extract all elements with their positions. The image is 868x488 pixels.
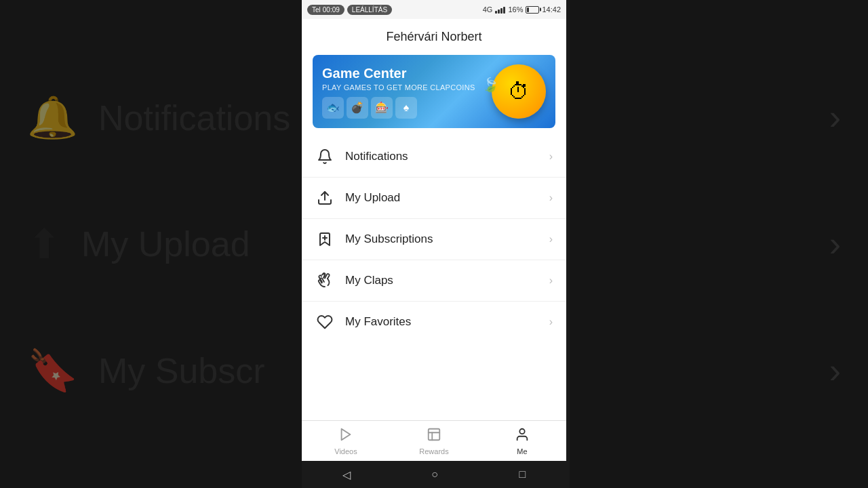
- bg-chevron-3: ›: [829, 350, 841, 391]
- battery-percent: 16%: [508, 5, 523, 14]
- me-icon: [515, 427, 530, 446]
- tel-label: Tel: [312, 6, 321, 14]
- banner-subtitle: PLAY GAMES TO GET MORE CLAPCOINS: [322, 83, 492, 92]
- main-content: Fehérvári Norbert Game Center PLAY GAMES…: [302, 19, 566, 420]
- rewards-icon: [427, 427, 441, 446]
- bg-upload: ⬆ My Upload: [27, 220, 277, 268]
- menu-list: Notifications › My Upload ›: [302, 136, 566, 420]
- banner-games: 🐟 💣 🎰 ♠: [322, 97, 492, 119]
- bookmark-icon: [315, 230, 334, 249]
- bg-notifications: 🔔 Notifications: [27, 94, 277, 142]
- bg-upload-icon: ⬆: [27, 220, 61, 268]
- game-icon-3: 🎰: [371, 97, 393, 119]
- bg-bookmark-icon: 🔖: [27, 346, 78, 394]
- recents-button[interactable]: □: [519, 468, 526, 481]
- game-icon-1: 🐟: [322, 97, 344, 119]
- username: Fehérvári Norbert: [386, 30, 481, 43]
- battery-icon: [526, 6, 539, 14]
- status-right: 4G 16% 14:42: [483, 5, 561, 14]
- background-left: 🔔 Notifications ⬆ My Upload 🔖 My Subscr: [0, 0, 304, 488]
- menu-item-notifications[interactable]: Notifications ›: [302, 136, 566, 178]
- videos-label: Videos: [334, 447, 357, 455]
- bg-notifications-text: Notifications: [98, 98, 290, 138]
- bg-subscriptions-text: My Subscr: [98, 350, 265, 391]
- stop-button[interactable]: LEÁLLÍTÁS: [347, 5, 392, 15]
- subscriptions-chevron: ›: [549, 233, 553, 245]
- clap-icon: [315, 271, 334, 290]
- background-right: › › ›: [570, 0, 868, 488]
- my-favorites-label: My Favorites: [345, 315, 549, 329]
- timer-label: 00:09: [323, 6, 340, 14]
- coin-graphic: 🍃 ⏱: [492, 64, 546, 119]
- clock: 14:42: [542, 5, 561, 14]
- status-call-pill: Tel 00:09: [307, 5, 344, 15]
- bg-chevron-1: ›: [829, 97, 841, 138]
- signal-label: 4G: [483, 5, 493, 14]
- user-header: Fehérvári Norbert: [302, 19, 566, 49]
- game-center-banner[interactable]: Game Center PLAY GAMES TO GET MORE CLAPC…: [313, 55, 555, 128]
- battery-fill: [527, 7, 529, 12]
- bg-subscriptions: 🔖 My Subscr: [27, 346, 277, 394]
- menu-item-my-upload[interactable]: My Upload ›: [302, 178, 566, 219]
- favorites-chevron: ›: [549, 316, 553, 328]
- upload-chevron: ›: [549, 192, 553, 204]
- svg-marker-3: [342, 428, 351, 440]
- svg-point-7: [519, 428, 524, 433]
- bottom-nav: Videos Rewards Me: [302, 420, 566, 461]
- upload-icon: [315, 188, 334, 207]
- bg-bell-icon: 🔔: [27, 94, 78, 142]
- menu-item-my-subscriptions[interactable]: My Subscriptions ›: [302, 219, 566, 260]
- bell-icon: [315, 147, 334, 166]
- notifications-chevron: ›: [549, 150, 553, 163]
- game-icon-2: 💣: [347, 97, 368, 119]
- signal-bar-3: [500, 8, 502, 14]
- favorites-icon: [315, 312, 334, 331]
- nav-videos[interactable]: Videos: [302, 423, 390, 460]
- bg-upload-text: My Upload: [81, 224, 250, 264]
- banner-title: Game Center: [322, 65, 492, 81]
- me-label: Me: [517, 447, 527, 455]
- claps-chevron: ›: [549, 274, 553, 287]
- coin-symbol: ⏱: [508, 79, 530, 104]
- game-icon-4: ♠: [395, 97, 417, 119]
- signal-bar-1: [495, 11, 497, 14]
- my-subscriptions-label: My Subscriptions: [345, 232, 549, 246]
- android-nav: ◁ ○ □: [302, 461, 566, 488]
- videos-icon: [338, 427, 353, 446]
- nav-me[interactable]: Me: [478, 423, 566, 460]
- nav-rewards[interactable]: Rewards: [390, 423, 478, 460]
- status-left: Tel 00:09 LEÁLLÍTÁS: [307, 5, 392, 15]
- phone-container: Tel 00:09 LEÁLLÍTÁS 4G 16% 14:42 Fehérvá…: [302, 0, 566, 488]
- back-button[interactable]: ◁: [342, 468, 351, 481]
- banner-text: Game Center PLAY GAMES TO GET MORE CLAPC…: [322, 65, 492, 119]
- notifications-label: Notifications: [345, 150, 549, 163]
- signal-bars: [495, 5, 505, 14]
- status-bar: Tel 00:09 LEÁLLÍTÁS 4G 16% 14:42: [302, 0, 566, 19]
- svg-rect-4: [429, 428, 440, 440]
- signal-bar-2: [498, 9, 500, 14]
- my-upload-label: My Upload: [345, 191, 549, 205]
- menu-item-my-favorites[interactable]: My Favorites ›: [302, 302, 566, 342]
- my-claps-label: My Claps: [345, 274, 549, 287]
- bg-chevron-2: ›: [829, 224, 841, 264]
- home-button[interactable]: ○: [431, 468, 438, 481]
- rewards-label: Rewards: [419, 447, 448, 455]
- menu-item-my-claps[interactable]: My Claps ›: [302, 260, 566, 302]
- signal-bar-4: [503, 7, 505, 14]
